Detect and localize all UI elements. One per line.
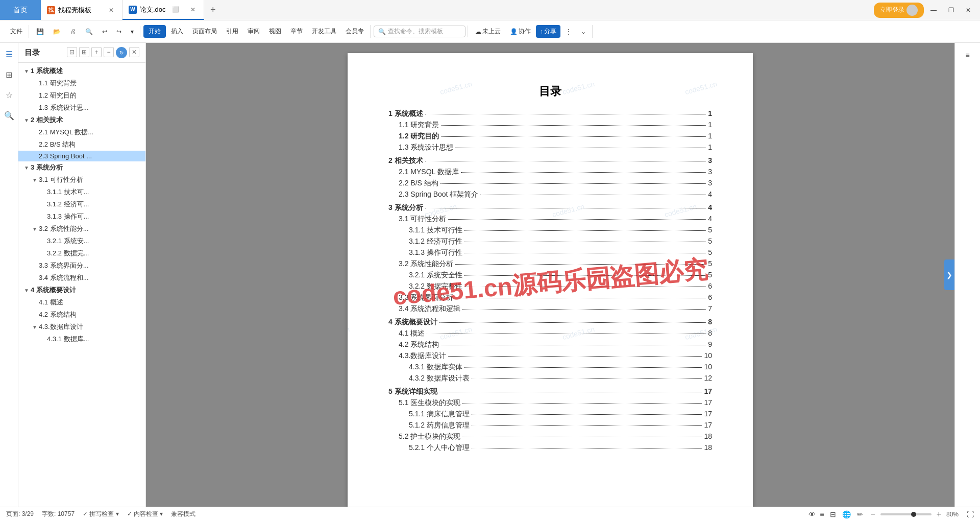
status-contentcheck[interactable]: ✓ 内容检查 ▾ [127,510,163,518]
tree-item[interactable]: 3.1.3 操作可... [18,210,145,223]
tree-item[interactable]: ▼3.1 可行性分析 [18,174,145,186]
right-panel-toggle[interactable]: ❯ [944,259,954,290]
tab-template-close[interactable]: ✕ [107,6,116,15]
tool-preview[interactable]: 🔍 [81,26,97,37]
icon-bookmark[interactable]: ☆ [2,88,16,102]
zoom-out[interactable]: − [870,510,875,519]
tool-redo[interactable]: ↪ [112,26,126,37]
sidebar-close[interactable]: ✕ [129,47,139,57]
tree-item[interactable]: 3.1.1 技术可... [18,186,145,198]
toc-entry: 1.2 研究目的1 [388,132,712,141]
toc-entry-label: 3.2.1 系统安全性 [409,271,462,280]
toc-entry-label: 5.1.1 病床信息管理 [409,410,470,419]
tree-item[interactable]: ▼3 系统分析 [18,161,145,174]
more-btn[interactable]: ⋮ [561,26,576,37]
login-button[interactable]: 立即登录 [874,3,924,18]
icon-toc[interactable]: ☰ [2,47,16,61]
icon-grid[interactable]: ⊞ [2,67,16,82]
tree-item[interactable]: 3.2.2 数据完... [18,247,145,259]
tree-item[interactable]: 3.3 系统界面分... [18,259,145,272]
tree-item[interactable]: ▼4 系统概要设计 [18,284,145,296]
tool-save[interactable]: 💾 [32,26,48,37]
tree-item[interactable]: ▼1 系统概述 [18,65,145,77]
tree-label: 4.3.1 数据库... [47,335,89,344]
minimize-button[interactable]: — [926,3,941,17]
tree-item[interactable]: 2.3 Spring Boot ... [18,151,145,161]
menu-file[interactable]: 文件 [6,25,27,38]
view-list-icon[interactable]: ≡ [820,510,824,518]
view-web-icon[interactable]: 🌐 [842,510,851,518]
sidebar-sync[interactable]: ↻ [116,47,127,58]
tab-start[interactable]: 开始 [143,25,166,38]
sidebar-add[interactable]: + [91,47,102,57]
tab-layout[interactable]: 页面布局 [188,25,221,38]
tab-view[interactable]: 视图 [265,25,285,38]
tab-dev[interactable]: 开发工具 [308,25,340,38]
toc-entries: 1 系统概述11.1 研究背景11.2 研究目的11.3 系统设计思想12 相关… [388,109,712,453]
sidebar-expand-all[interactable]: ⊡ [67,47,77,57]
toc-page: 1 [708,132,712,140]
tab-doc[interactable]: W 论文.doc ⬜ ✕ [122,0,204,20]
sidebar-remove[interactable]: − [104,47,114,57]
tool-more[interactable]: ▾ [127,26,138,37]
view-eye-icon[interactable]: 👁 [808,510,816,518]
toc-entry-label: 1.1 研究背景 [399,121,439,130]
toc-page: 7 [708,304,712,313]
tree-item[interactable]: 3.4 系统流程和... [18,272,145,284]
tree-label: 1.3 系统设计思... [39,103,89,112]
tool-open[interactable]: 📂 [49,26,65,37]
doc-area[interactable]: code51.cn code51.cn code51.cn code51.cn … [146,43,954,507]
tree-item[interactable]: 4.1 概述 [18,296,145,309]
toc-entry: 2.3 Spring Boot 框架简介4 [388,190,712,199]
sidebar-collapse-all[interactable]: ⊞ [79,47,89,57]
tree-item[interactable]: 1.3 系统设计思... [18,102,145,114]
tree-item[interactable]: 2.1 MYSQL 数据... [18,126,145,138]
tab-review[interactable]: 审阅 [243,25,264,38]
tree-item[interactable]: 4.3.1 数据库... [18,333,145,345]
toc-dots [439,322,706,323]
search-box[interactable]: 🔍 查找命令、搜索模板 [374,26,465,37]
status-spellcheck[interactable]: ✓ 拼写检查 ▾ [83,510,119,518]
fullscreen-btn[interactable]: ⛶ [967,510,974,518]
right-btn-filter[interactable]: ≡ [960,47,976,63]
close-button[interactable]: ✕ [961,3,976,17]
tree-item[interactable]: ▼2 相关技术 [18,114,145,126]
tab-template[interactable]: 找 找程壳模板 ✕ [41,0,122,20]
view-grid-icon[interactable]: ⊟ [830,510,836,518]
tree-item[interactable]: 1.1 研究背景 [18,77,145,89]
toc-dots [441,136,706,137]
tab-member[interactable]: 会员专 [341,25,368,38]
tree-item[interactable]: 1.2 研究目的 [18,89,145,102]
tool-undo[interactable]: ↩ [98,26,111,37]
icon-search[interactable]: 🔍 [2,108,16,123]
share-btn[interactable]: ↑ 分享 [536,25,560,38]
toc-dots [440,183,706,184]
toc-entry-label: 3.1 可行性分析 [399,215,446,224]
tab-chapter[interactable]: 章节 [286,25,307,38]
tab-ref[interactable]: 引用 [222,25,242,38]
view-edit-icon[interactable]: ✏ [857,510,863,518]
zoom-in[interactable]: + [937,510,941,519]
tab-insert[interactable]: 插入 [167,25,187,38]
tool-print[interactable]: 🖨 [66,26,80,37]
expand-btn[interactable]: ⌄ [577,26,590,37]
toc-page: 8 [708,329,712,337]
tree-label: 3.3 系统界面分... [39,261,89,270]
tab-doc-close[interactable]: ✕ [188,5,198,14]
toc-entry-label: 3 系统分析 [388,203,423,212]
zoom-slider[interactable] [880,513,932,515]
tree-item[interactable]: 2.2 B/S 结构 [18,138,145,151]
cloud-btn[interactable]: ☁ 未上云 [471,25,505,38]
toc-page: 5 [708,271,712,279]
toc-entry: 2 相关技术3 [388,156,712,165]
restore-button[interactable]: ❐ [943,3,959,17]
tree-item[interactable]: ▼4.3.数据库设计 [18,321,145,333]
tree-item[interactable]: 3.2.1 系统安... [18,235,145,247]
tree-item[interactable]: 3.1.2 经济可... [18,198,145,210]
tree-item[interactable]: ▼3.2 系统性能分... [18,223,145,235]
tree-item[interactable]: 4.2 系统结构 [18,309,145,321]
collab-btn[interactable]: 👤 协作 [506,25,535,38]
tab-home[interactable]: 首页 [0,0,41,20]
tab-add-button[interactable]: + [204,5,222,15]
tab-doc-restore[interactable]: ⬜ [172,6,179,13]
